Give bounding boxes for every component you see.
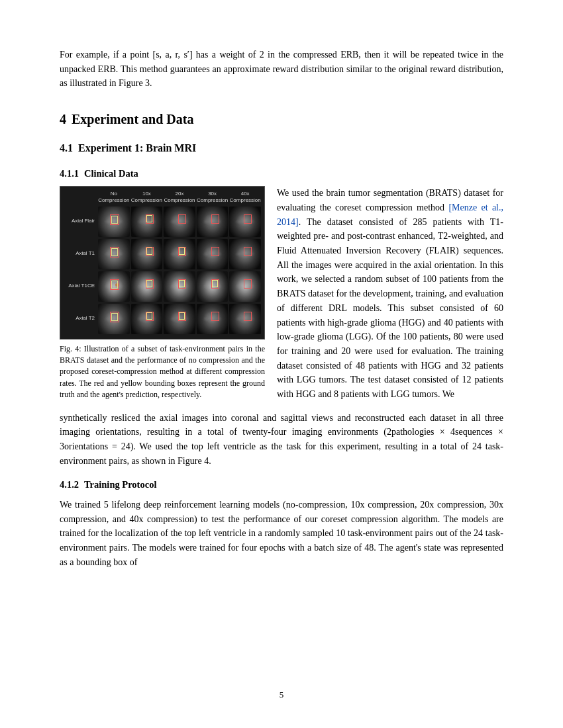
mri-row-axial-t1ce: Axial T1CE <box>63 271 262 302</box>
figure-4: NoCompression 10xCompression 20xCompress… <box>60 186 265 339</box>
figure-4-caption: Fig. 4: Illustration of a subset of task… <box>60 343 265 401</box>
full-paragraph-1: synthetically resliced the axial images … <box>60 411 503 469</box>
section-412-heading: 4.1.2Training Protocol <box>60 477 503 492</box>
mri-cell <box>164 239 195 269</box>
mri-grid: NoCompression 10xCompression 20xCompress… <box>60 187 264 338</box>
two-column-layout: NoCompression 10xCompression 20xCompress… <box>60 186 503 401</box>
mri-cell <box>197 239 229 269</box>
menze-link[interactable]: [Menze et al., 2014] <box>277 203 503 227</box>
mri-cell <box>98 304 130 334</box>
mri-cell <box>164 271 195 302</box>
training-protocol-text: We trained 5 lifelong deep reinforcement… <box>60 498 503 569</box>
mri-cell <box>131 271 163 302</box>
mri-cell <box>229 271 261 302</box>
intro-paragraph: For example, if a point [s, a, r, s′] ha… <box>60 48 503 91</box>
mri-cell <box>98 271 130 302</box>
section-4-heading: 4Experiment and Data <box>60 109 503 130</box>
mri-cell <box>229 206 261 237</box>
clinical-data-text: We used the brain tumor segmentation (BR… <box>277 186 503 401</box>
mri-cell <box>98 206 130 237</box>
mri-row-axial-t1: Axial T1 <box>63 239 262 269</box>
mri-cell <box>131 206 163 237</box>
mri-cell <box>164 304 195 334</box>
mri-cell <box>229 304 261 334</box>
section-411-heading: 4.1.1Clinical Data <box>60 166 503 181</box>
mri-cell <box>197 304 229 334</box>
mri-cell <box>229 239 261 269</box>
mri-row-axial-t2: Axial T2 <box>63 304 262 334</box>
mri-cell <box>131 239 163 269</box>
mri-cell <box>98 239 130 269</box>
mri-cell <box>197 206 229 237</box>
mri-cell <box>197 271 229 302</box>
mri-cell <box>131 304 163 334</box>
page-number: 5 <box>280 688 284 702</box>
mri-row-axial-flair: Axial Flair <box>63 206 262 237</box>
figure-column: NoCompression 10xCompression 20xCompress… <box>60 186 265 400</box>
mri-cell <box>164 206 195 237</box>
text-column: We used the brain tumor segmentation (BR… <box>277 186 503 401</box>
section-41-heading: 4.1Experiment 1: Brain MRI <box>60 140 503 157</box>
mri-header-row: NoCompression 10xCompression 20xCompress… <box>63 191 262 203</box>
page: For example, if a point [s, a, r, s′] ha… <box>0 0 563 728</box>
